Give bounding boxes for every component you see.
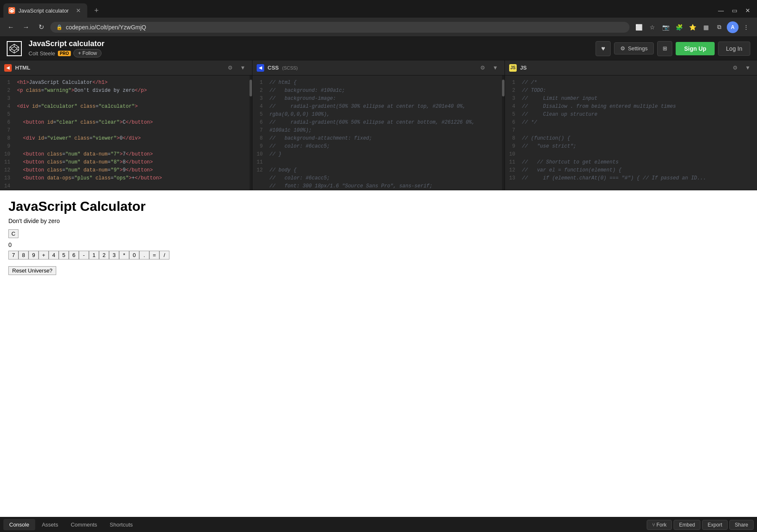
calculator-widget: C 0 789+456-123*0.=/ Reset Universe? xyxy=(8,229,749,275)
reload-button[interactable]: ↻ xyxy=(35,21,47,33)
signup-button[interactable]: Sign Up xyxy=(676,42,715,55)
tab-comments[interactable]: Comments xyxy=(65,519,103,530)
tab-close-button[interactable]: ✕ xyxy=(75,7,82,14)
btn-2[interactable]: 2 xyxy=(99,251,109,260)
screenshot-icon[interactable]: 📷 xyxy=(660,21,671,33)
minimize-button[interactable]: — xyxy=(715,5,727,16)
js-editor-panel: JS JS ⚙ ▼ 12345678910111213 // /* // TOD… xyxy=(505,60,757,190)
author-name: Colt Steele xyxy=(29,50,55,57)
preview-title: JavaScript Calculator xyxy=(8,199,749,214)
btn-divide[interactable]: / xyxy=(159,251,169,260)
html-editor-panel: ◀ HTML ⚙ ▼ 123456789101112131415 <h1>Jav… xyxy=(0,60,252,190)
url-text: codepen.io/Colt/pen/YzwGmjQ xyxy=(66,24,146,31)
tab-assets[interactable]: Assets xyxy=(36,519,64,530)
new-tab-button[interactable]: + xyxy=(91,5,102,16)
btn-minus[interactable]: - xyxy=(79,251,89,260)
js-line-numbers: 12345678910111213 xyxy=(505,75,518,190)
btn-4[interactable]: 4 xyxy=(49,251,59,260)
css-header-actions: ⚙ ▼ xyxy=(478,63,500,73)
extension-icon[interactable]: 🧩 xyxy=(673,21,685,33)
js-expand-icon[interactable]: ▼ xyxy=(743,63,753,73)
embed-button[interactable]: Embed xyxy=(674,520,700,530)
forward-button[interactable]: → xyxy=(20,21,32,33)
export-button[interactable]: Export xyxy=(702,520,728,530)
btn-1[interactable]: 1 xyxy=(89,251,99,260)
pen-title: JavaScript calculator xyxy=(29,39,589,48)
css-line-numbers: 123456789101112 xyxy=(252,75,266,190)
btn-7[interactable]: 7 xyxy=(8,251,18,260)
restore-button[interactable]: ▭ xyxy=(728,5,740,16)
bottom-actions: ⑂ Fork Embed Export Share xyxy=(647,520,754,530)
js-header-actions: ⚙ ▼ xyxy=(730,63,753,73)
heart-button[interactable]: ♥ xyxy=(596,41,611,56)
svg-marker-3 xyxy=(12,47,17,51)
tab-console[interactable]: Console xyxy=(3,519,35,530)
layout-icon: ⊞ xyxy=(663,45,667,52)
css-scrollbar[interactable] xyxy=(502,75,505,190)
btn-6[interactable]: 6 xyxy=(69,251,79,260)
close-button[interactable]: ✕ xyxy=(742,5,754,16)
btn-plus[interactable]: + xyxy=(39,251,49,260)
btn-5[interactable]: 5 xyxy=(59,251,69,260)
menu-icon[interactable]: ⋮ xyxy=(740,21,752,33)
css-settings-icon[interactable]: ⚙ xyxy=(478,63,488,73)
clear-button[interactable]: C xyxy=(8,229,18,238)
header-actions: ♥ ⚙ Settings ⊞ Sign Up Log In xyxy=(596,41,750,56)
login-button[interactable]: Log In xyxy=(718,42,750,56)
css-expand-icon[interactable]: ▼ xyxy=(490,63,500,73)
js-settings-icon[interactable]: ⚙ xyxy=(730,63,740,73)
html-scrollbar[interactable] xyxy=(250,75,252,190)
html-line-numbers: 123456789101112131415 xyxy=(0,75,13,190)
tab-shortcuts[interactable]: Shortcuts xyxy=(104,519,139,530)
codepen-logo xyxy=(7,41,22,56)
html-settings-icon[interactable]: ⚙ xyxy=(225,63,235,73)
back-button[interactable]: ← xyxy=(5,21,17,33)
btn-9[interactable]: 9 xyxy=(29,251,39,260)
js-lang-icon: JS xyxy=(509,64,517,72)
profile-avatar[interactable]: A xyxy=(727,21,739,33)
preview-warning: Don't divide by zero xyxy=(8,218,749,224)
active-tab[interactable]: JavaScript calculator ✕ xyxy=(3,3,87,18)
btn-multiply[interactable]: * xyxy=(119,251,129,260)
btn-3[interactable]: 3 xyxy=(109,251,119,260)
btn-0[interactable]: 0 xyxy=(129,251,139,260)
html-expand-icon[interactable]: ▼ xyxy=(238,63,248,73)
share-button[interactable]: Share xyxy=(729,520,754,530)
js-editor-content[interactable]: 12345678910111213 // /* // TODO: // Limi… xyxy=(505,75,757,190)
calculator-buttons: 789+456-123*0.=/ xyxy=(8,251,749,260)
css-editor-panel: ◀ CSS (SCSS) ⚙ ▼ 123456789101112 // html… xyxy=(252,60,505,190)
settings-button[interactable]: ⚙ Settings xyxy=(614,42,654,54)
html-editor-content[interactable]: 123456789101112131415 <h1>JavaScript Cal… xyxy=(0,75,252,190)
layout-button[interactable]: ⊞ xyxy=(657,41,672,56)
browser-chrome: JavaScript calculator ✕ + — ▭ ✕ ← → ↻ 🔒 … xyxy=(0,0,757,37)
html-lang-icon: ◀ xyxy=(4,64,12,72)
btn-dot[interactable]: . xyxy=(139,251,149,260)
split-icon[interactable]: ⧉ xyxy=(713,21,725,33)
fork-button[interactable]: ⑂ Fork xyxy=(647,520,672,530)
heart-icon: ♥ xyxy=(601,45,605,52)
svg-line-8 xyxy=(10,49,12,50)
btn-8[interactable]: 8 xyxy=(18,251,29,260)
bottom-bar: Console Assets Comments Shortcuts ⑂ Fork… xyxy=(0,517,757,532)
star-icon[interactable]: ⭐ xyxy=(687,21,698,33)
pro-badge: PRO xyxy=(58,51,71,56)
bottom-tabs: Console Assets Comments Shortcuts xyxy=(3,519,139,530)
follow-button[interactable]: + Follow xyxy=(73,49,101,57)
cast-icon[interactable]: ⬜ xyxy=(633,21,645,33)
reset-button[interactable]: Reset Universe? xyxy=(8,266,56,275)
css-code-area[interactable]: // html { // background: #100a1c; // bac… xyxy=(266,75,502,190)
css-lang-label: CSS xyxy=(268,65,279,71)
bookmark-icon[interactable]: ☆ xyxy=(646,21,658,33)
css-editor-header: ◀ CSS (SCSS) ⚙ ▼ xyxy=(252,60,505,75)
toolbar-icons: ⬜ ☆ 📷 🧩 ⭐ ▦ ⧉ A ⋮ xyxy=(633,21,752,33)
svg-line-9 xyxy=(10,47,12,48)
css-editor-content[interactable]: 123456789101112 // html { // background:… xyxy=(252,75,505,190)
sidebar-icon[interactable]: ▦ xyxy=(700,21,712,33)
pen-info: JavaScript calculator Colt Steele PRO + … xyxy=(29,39,589,57)
js-code-area[interactable]: // /* // TODO: // Limit number input // … xyxy=(518,75,757,190)
url-bar[interactable]: 🔒 codepen.io/Colt/pen/YzwGmjQ xyxy=(50,22,630,33)
pen-author-row: Colt Steele PRO + Follow xyxy=(29,49,589,57)
html-code-area[interactable]: <h1>JavaScript Calculator</h1> <p class=… xyxy=(13,75,250,190)
btn-equals[interactable]: = xyxy=(149,251,159,260)
lock-icon: 🔒 xyxy=(56,24,62,30)
